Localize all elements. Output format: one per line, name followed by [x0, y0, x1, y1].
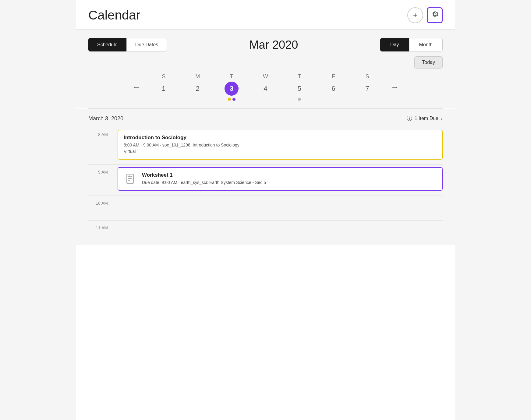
day-letter: W	[263, 73, 268, 80]
settings-button[interactable]	[427, 7, 443, 23]
yellow-dot	[228, 98, 231, 101]
schedule-button[interactable]: Schedule	[88, 38, 126, 51]
day-column[interactable]: W4	[253, 73, 278, 101]
day-dots	[228, 97, 235, 101]
time-content: Worksheet 1Due date: 9:00 AM · earth_sys…	[113, 165, 443, 196]
day-dots	[298, 97, 301, 101]
toolbar: Schedule Due Dates Mar 2020 Day Month	[76, 30, 455, 56]
event-title: Worksheet 1	[142, 172, 266, 178]
week-days: S1M2T3W4T5F6S7	[147, 73, 384, 101]
day-column[interactable]: F6	[321, 73, 345, 101]
day-number[interactable]: 1	[157, 82, 171, 96]
day-month-toggle: Day Month	[380, 38, 443, 51]
prev-week-button[interactable]: ←	[126, 80, 147, 95]
time-label: 11 AM	[88, 221, 113, 245]
sociology-event-card[interactable]: Introduction to Sociology8:00 AM - 9:00 …	[118, 130, 443, 160]
day-letter: T	[298, 73, 301, 80]
day-number[interactable]: 7	[360, 82, 374, 96]
page-title: Calendar	[88, 8, 140, 23]
next-week-button[interactable]: →	[384, 80, 405, 95]
time-label: 10 AM	[88, 196, 113, 220]
worksheet-event-card[interactable]: Worksheet 1Due date: 9:00 AM · earth_sys…	[118, 167, 443, 191]
add-button[interactable]: +	[407, 7, 423, 23]
today-button[interactable]: Today	[414, 56, 443, 69]
day-number[interactable]: 4	[258, 82, 272, 96]
day-letter: S	[366, 73, 369, 80]
schedule-container: 8 AMIntroduction to Sociology8:00 AM - 9…	[76, 127, 455, 245]
time-slot: 10 AM	[88, 196, 443, 220]
event-details-line2: Virtual	[124, 148, 437, 155]
day-letter: F	[332, 73, 335, 80]
due-dates-button[interactable]: Due Dates	[126, 38, 167, 51]
week-nav: ← S1M2T3W4T5F6S7 →	[88, 73, 443, 101]
day-column[interactable]: S1	[151, 73, 176, 101]
day-button[interactable]: Day	[380, 38, 409, 51]
purple-dot	[232, 98, 235, 101]
items-due-button[interactable]: ⓘ 1 Item Due ›	[407, 115, 443, 122]
event-details: Due date: 9:00 AM · earth_sys_sci: Earth…	[142, 179, 266, 186]
month-title: Mar 2020	[249, 38, 298, 51]
time-content	[113, 196, 443, 220]
day-column[interactable]: M2	[186, 73, 210, 101]
header-icons: +	[407, 7, 443, 23]
items-due-text: 1 Item Due	[415, 116, 438, 121]
event-title: Introduction to Sociology	[124, 135, 437, 141]
worksheet-info: Worksheet 1Due date: 9:00 AM · earth_sys…	[142, 172, 266, 186]
selected-date-label: March 3, 2020	[88, 115, 123, 122]
time-content	[113, 221, 443, 245]
gray-dot	[298, 98, 301, 101]
day-letter: M	[195, 73, 200, 80]
view-toggle: Schedule Due Dates	[88, 38, 167, 51]
header: Calendar +	[76, 0, 455, 30]
exclamation-circle-icon: ⓘ	[407, 115, 412, 122]
week-strip: ← S1M2T3W4T5F6S7 →	[76, 73, 455, 108]
day-number[interactable]: 3	[225, 82, 239, 96]
day-number[interactable]: 2	[191, 82, 205, 96]
day-column[interactable]: T5	[287, 73, 312, 101]
time-label: 8 AM	[88, 127, 113, 164]
gear-icon	[430, 10, 439, 20]
time-slot: 8 AMIntroduction to Sociology8:00 AM - 9…	[88, 127, 443, 164]
month-button[interactable]: Month	[409, 38, 443, 51]
day-column[interactable]: T3	[219, 73, 244, 101]
time-slot: 9 AM Worksheet 1Due date: 9:00 AM · eart…	[88, 164, 443, 196]
date-header: March 3, 2020 ⓘ 1 Item Due ›	[76, 109, 455, 127]
chevron-right-icon: ›	[441, 115, 443, 122]
today-row: Today	[76, 56, 455, 73]
time-content: Introduction to Sociology8:00 AM - 9:00 …	[113, 127, 443, 164]
day-number[interactable]: 6	[326, 82, 340, 96]
document-icon	[124, 172, 137, 186]
time-label: 9 AM	[88, 165, 113, 196]
app-container: Calendar + Schedule Due Dates Mar 2020 D…	[76, 0, 455, 420]
day-number[interactable]: 5	[292, 82, 306, 96]
event-details-line1: 8:00 AM - 9:00 AM · soc_101_1298: Introd…	[124, 142, 437, 148]
day-letter: T	[230, 73, 233, 80]
time-slot: 11 AM	[88, 220, 443, 245]
add-icon: +	[413, 11, 417, 19]
day-letter: S	[162, 73, 165, 80]
day-column[interactable]: S7	[355, 73, 380, 101]
